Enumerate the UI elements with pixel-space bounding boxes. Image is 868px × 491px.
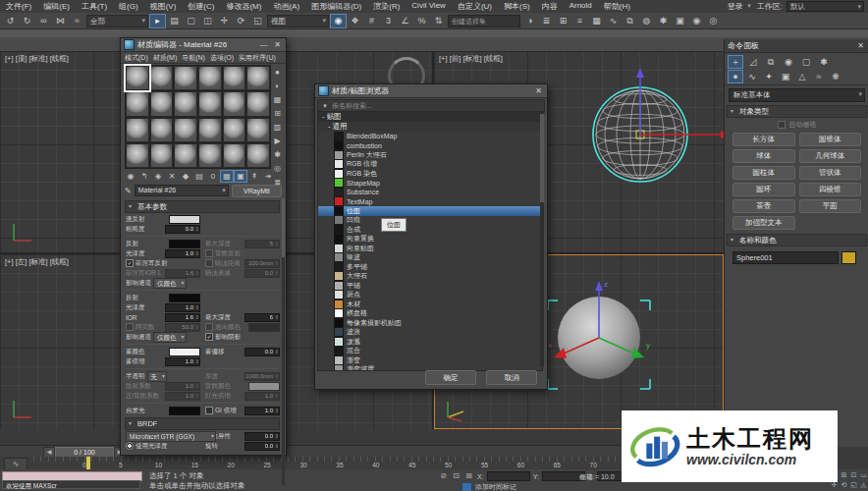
select-and-move-icon[interactable]: ✛	[217, 15, 232, 27]
material-sample-slot[interactable]	[174, 143, 197, 168]
window-crossing-icon[interactable]: ◫	[200, 15, 215, 27]
map-item[interactable]: RGB 染色	[318, 169, 542, 179]
spinner-field[interactable]: 0.0	[244, 269, 280, 278]
isolate-selection-icon[interactable]: ⊘	[438, 471, 449, 481]
zoom-extents-icon[interactable]: ⊡	[849, 470, 858, 479]
viewport-left-label[interactable]: [+] [左] [标准] [线框]	[5, 257, 69, 267]
spinner-snap-icon[interactable]: ⇅	[431, 15, 446, 27]
map-group-header[interactable]: - 贴图	[318, 112, 542, 122]
color-swatch[interactable]	[169, 240, 200, 248]
basic-params-rollout[interactable]: 基本参数	[125, 200, 280, 213]
spinner-field[interactable]: 6	[244, 313, 280, 322]
spinner-field[interactable]: 1.6	[165, 313, 200, 322]
checkbox[interactable]	[205, 259, 213, 267]
color-swatch[interactable]	[248, 382, 280, 391]
material-editor-menu-item[interactable]: 导航(N)	[182, 53, 205, 63]
menu-item[interactable]: 创建(C)	[182, 1, 220, 12]
primitive-button[interactable]: 茶壶	[732, 199, 795, 213]
angle-snap-icon[interactable]: ∠	[398, 15, 412, 27]
make-preview-icon[interactable]: ▶	[272, 136, 284, 146]
systems-category-icon[interactable]: ❋	[829, 71, 842, 82]
material-sample-slot[interactable]	[223, 143, 246, 168]
material-editor-titlebar[interactable]: 材质编辑器 - Material #26 — ✕	[121, 38, 286, 52]
menu-item[interactable]: 视图(V)	[144, 1, 183, 12]
menu-item[interactable]: 帮助(H)	[598, 1, 636, 12]
dropdown[interactable]: Microfacet GTR (GGX)	[126, 431, 216, 442]
go-forward-to-sibling-icon[interactable]: ↠	[262, 171, 274, 182]
primitive-button[interactable]: 四棱锥	[799, 183, 862, 196]
hierarchy-tab-icon[interactable]: ⧉	[764, 56, 778, 68]
material-sample-slot[interactable]	[246, 91, 270, 116]
menu-item[interactable]: 脚本(S)	[498, 1, 536, 12]
search-input[interactable]: 按名称搜索...	[332, 101, 372, 111]
select-and-manipulate-icon[interactable]: ❖	[348, 15, 362, 27]
material-sample-slot[interactable]	[246, 143, 270, 168]
map-item[interactable]: BlendedBoxMap	[318, 132, 542, 141]
map-item[interactable]: Perlin 大理石	[318, 150, 542, 160]
map-item[interactable]: 噪波	[318, 253, 542, 263]
map-item[interactable]: 波浪	[318, 328, 542, 338]
cancel-button[interactable]: 取消	[486, 370, 537, 385]
material-sample-slot[interactable]	[150, 66, 174, 90]
scene-explorer-icon[interactable]: ⊞	[556, 15, 570, 27]
show-map-in-viewport-icon[interactable]: ▦	[221, 171, 233, 182]
keyboard-shortcut-override-icon[interactable]: #	[364, 15, 379, 27]
material-sample-slot[interactable]	[198, 66, 222, 90]
material-sample-slot[interactable]	[126, 143, 149, 168]
workspace-dropdown[interactable]: 默认	[787, 1, 864, 12]
rectangular-selection-region-icon[interactable]: ▢	[184, 15, 198, 27]
object-color-swatch[interactable]	[841, 251, 856, 264]
dropdown[interactable]: 仅颜色	[153, 278, 187, 289]
background-icon[interactable]: ▦	[272, 94, 284, 105]
bind-to-space-warp-icon[interactable]: ≈	[70, 15, 84, 27]
map-item[interactable]: 泼溅	[318, 337, 542, 347]
dropdown[interactable]: 无	[147, 371, 168, 382]
menu-item[interactable]: Civil View	[406, 1, 452, 12]
checkbox[interactable]: ✓	[126, 259, 134, 267]
mirror-icon[interactable]: ◑	[522, 15, 537, 27]
undo-icon[interactable]: ↺	[3, 15, 18, 27]
map-item[interactable]: 木材	[318, 300, 542, 309]
spinner-field[interactable]: 5	[244, 240, 280, 248]
use-pivot-point-icon[interactable]: ◉	[331, 15, 346, 27]
ok-button[interactable]: 确定	[425, 370, 476, 385]
material-sample-slot[interactable]	[150, 118, 174, 142]
spinner-field[interactable]: 0.0	[244, 348, 280, 356]
menu-item[interactable]: 动画(A)	[267, 1, 305, 12]
material-sample-slot[interactable]	[198, 143, 222, 168]
reset-map-icon[interactable]: ✕	[166, 171, 178, 182]
get-material-icon[interactable]: ◉	[125, 171, 136, 182]
brdf-rollout[interactable]: BRDF	[125, 417, 280, 430]
eyedropper-icon[interactable]: ✎	[125, 187, 132, 195]
material-sample-slot[interactable]	[174, 91, 197, 116]
primitive-button[interactable]: 加强型文本	[732, 216, 795, 230]
wireframe-sphere[interactable]	[542, 36, 738, 233]
select-and-rotate-icon[interactable]: ⟳	[234, 15, 248, 27]
menu-item[interactable]: 修改器(M)	[220, 1, 267, 12]
viewport-front-label[interactable]: [+] [前] [标准] [线框]	[439, 54, 503, 64]
material-sample-slot[interactable]	[126, 66, 149, 90]
spinner-field[interactable]: 1.0	[165, 249, 200, 258]
spinner-field[interactable]: 100.0mm	[244, 259, 280, 268]
render-production-icon[interactable]: ◉	[689, 15, 704, 27]
color-swatch[interactable]	[248, 323, 280, 332]
make-material-copy-icon[interactable]: ◆	[180, 171, 191, 182]
layer-explorer-icon[interactable]: ≡	[572, 15, 587, 27]
primitive-button[interactable]: 长方体	[732, 133, 795, 146]
checkbox[interactable]	[205, 323, 213, 331]
render-iterative-icon[interactable]: ◎	[706, 15, 721, 27]
curve-editor-icon[interactable]: ∿	[606, 15, 621, 27]
align-icon[interactable]: ≣	[539, 15, 554, 27]
material-name-dropdown[interactable]: Material #26	[135, 185, 229, 196]
menu-item[interactable]: Arnold	[564, 1, 598, 12]
params-scrollbar[interactable]	[282, 198, 285, 485]
select-object-icon[interactable]: ▸	[150, 15, 165, 27]
space-warps-category-icon[interactable]: ≈	[812, 71, 826, 82]
material-editor-menu-item[interactable]: 选项(O)	[210, 53, 234, 63]
unlink-selection-icon[interactable]: ⋈	[53, 15, 68, 27]
map-item[interactable]: Substance	[318, 188, 542, 197]
search-options-icon[interactable]: ▼	[322, 103, 328, 109]
spinner-field[interactable]: 0.0	[244, 432, 280, 441]
map-item[interactable]: 混合	[318, 347, 542, 356]
map-browser-titlebar[interactable]: 材质/贴图浏览器 ✕	[315, 84, 547, 98]
